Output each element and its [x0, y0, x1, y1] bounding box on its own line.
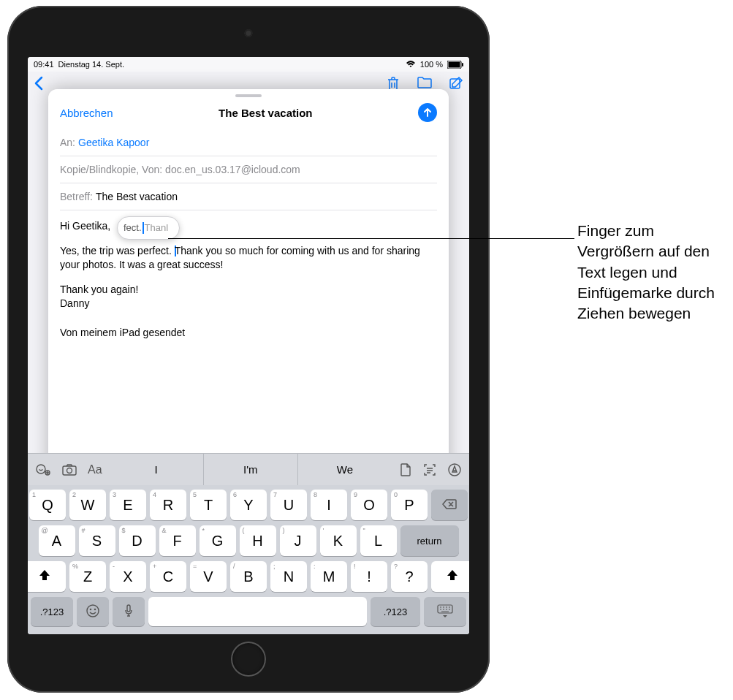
- cc-bcc-from-field[interactable]: Kopie/Blindkopie, Von: doc.en_us.03.17@i…: [60, 156, 437, 183]
- key-g[interactable]: *G: [200, 525, 236, 556]
- key-shift-left[interactable]: [28, 561, 66, 592]
- key-k[interactable]: 'K: [320, 525, 357, 556]
- key-q[interactable]: 1Q: [29, 490, 66, 520]
- key-h[interactable]: (H: [240, 525, 276, 556]
- callout-leader-line: [168, 238, 574, 239]
- svg-rect-6: [63, 466, 76, 475]
- markup-icon[interactable]: [447, 463, 462, 477]
- key-f[interactable]: &F: [159, 525, 196, 556]
- svg-point-10: [90, 609, 91, 609]
- body-sent-from: Von meinem iPad gesendet: [60, 326, 437, 341]
- suggestion-3[interactable]: We: [297, 454, 392, 485]
- status-date: Dienstag 14. Sept.: [58, 60, 125, 69]
- battery-icon: [447, 61, 463, 69]
- body-signature-name: Danny: [60, 297, 437, 311]
- front-camera: [245, 29, 253, 37]
- suggestion-1[interactable]: I: [110, 454, 203, 485]
- key-w[interactable]: 2W: [69, 490, 106, 520]
- key-backspace[interactable]: [431, 490, 468, 520]
- body-paragraph-1: Yes, the trip was perfect. Thank you so …: [60, 244, 437, 273]
- key-?[interactable]: ??: [391, 561, 428, 592]
- key-y[interactable]: 6Y: [230, 490, 267, 520]
- key-emoji[interactable]: [77, 597, 109, 626]
- key-o[interactable]: 9O: [351, 490, 387, 520]
- key-u[interactable]: 7U: [270, 490, 307, 520]
- email-body[interactable]: Hi Geetika, Yes, the trip was perfect. T…: [48, 210, 449, 351]
- svg-rect-1: [449, 61, 460, 67]
- compose-title: The Best vacation: [219, 107, 312, 119]
- onscreen-keyboard: Aa I I'm We 1Q2W3E4R5T6Y7U8I9O0P @A#S$D&…: [28, 453, 469, 634]
- key-t[interactable]: 5T: [190, 490, 227, 520]
- camera-icon[interactable]: [61, 463, 77, 476]
- emoji-search-icon[interactable]: [35, 463, 51, 476]
- scan-text-icon[interactable]: [422, 463, 437, 477]
- subject-label: Betreff:: [60, 191, 93, 202]
- to-field[interactable]: An: Geetika Kapoor: [60, 129, 437, 156]
- suggestions-container: I I'm We: [110, 454, 392, 485]
- key-x[interactable]: -X: [110, 561, 146, 592]
- key-p[interactable]: 0P: [391, 490, 428, 520]
- status-time: 09:41: [34, 60, 54, 69]
- wifi-icon: [406, 61, 416, 68]
- key-return[interactable]: return: [400, 525, 459, 556]
- magnifier-cursor: [143, 222, 144, 234]
- key-numbers[interactable]: .?123: [31, 597, 73, 626]
- battery-percent: 100 %: [420, 60, 443, 69]
- body-p1-before: Yes, the trip was perfect.: [60, 245, 175, 256]
- svg-point-4: [37, 465, 45, 473]
- key-dictation[interactable]: [113, 597, 145, 626]
- cancel-button[interactable]: Abbrechen: [60, 107, 113, 119]
- key-r[interactable]: 4R: [150, 490, 186, 520]
- ipad-device-frame: 09:41 Dienstag 14. Sept. 100 %: [7, 6, 490, 693]
- svg-point-11: [94, 609, 95, 609]
- key-j[interactable]: )J: [280, 525, 316, 556]
- compose-icon[interactable]: [449, 76, 463, 95]
- svg-rect-2: [462, 63, 463, 66]
- key-m[interactable]: :M: [311, 561, 347, 592]
- key-![interactable]: !!: [351, 561, 387, 592]
- svg-point-9: [87, 605, 99, 617]
- document-icon[interactable]: [399, 463, 412, 477]
- screen: 09:41 Dienstag 14. Sept. 100 %: [28, 57, 469, 634]
- callout-text: Finger zum Vergrößern auf den Text legen…: [577, 221, 731, 324]
- svg-point-7: [67, 468, 72, 473]
- key-i[interactable]: 8I: [311, 490, 347, 520]
- key-numbers-right[interactable]: .?123: [371, 597, 420, 626]
- svg-rect-12: [127, 605, 130, 612]
- key-a[interactable]: @A: [39, 525, 75, 556]
- key-s[interactable]: #S: [79, 525, 115, 556]
- key-shift-right[interactable]: [431, 561, 469, 592]
- status-bar: 09:41 Dienstag 14. Sept. 100 %: [28, 57, 469, 72]
- key-b[interactable]: /B: [230, 561, 267, 592]
- key-space[interactable]: [148, 597, 367, 626]
- magnifier-left-text: fect.: [124, 221, 142, 235]
- key-d[interactable]: $D: [119, 525, 156, 556]
- cc-value: doc.en_us.03.17@icloud.com: [165, 164, 300, 175]
- key-z[interactable]: %Z: [69, 561, 106, 592]
- key-l[interactable]: "L: [360, 525, 397, 556]
- subject-value: The Best vacation: [96, 191, 178, 202]
- key-v[interactable]: =V: [190, 561, 227, 592]
- to-label: An:: [60, 137, 75, 148]
- format-icon[interactable]: Aa: [88, 463, 102, 476]
- home-button[interactable]: [231, 642, 266, 677]
- key-c[interactable]: +C: [150, 561, 186, 592]
- subject-field[interactable]: Betreff: The Best vacation: [60, 183, 437, 210]
- magnifier-right-text: Thanl: [145, 221, 169, 235]
- key-hide-keyboard[interactable]: [424, 597, 466, 626]
- suggestion-2[interactable]: I'm: [203, 454, 297, 485]
- key-e[interactable]: 3E: [110, 490, 146, 520]
- send-button[interactable]: [418, 103, 437, 122]
- compose-header: Abbrechen The Best vacation: [48, 97, 449, 129]
- cc-label: Kopie/Blindkopie, Von:: [60, 164, 162, 175]
- back-button[interactable]: [34, 76, 43, 95]
- body-thanks: Thank you again!: [60, 283, 437, 297]
- text-magnifier-loupe: fect. Thanl: [117, 216, 180, 240]
- key-n[interactable]: ;N: [270, 561, 307, 592]
- quicktype-bar: Aa I I'm We: [28, 453, 469, 485]
- to-value: Geetika Kapoor: [78, 137, 149, 148]
